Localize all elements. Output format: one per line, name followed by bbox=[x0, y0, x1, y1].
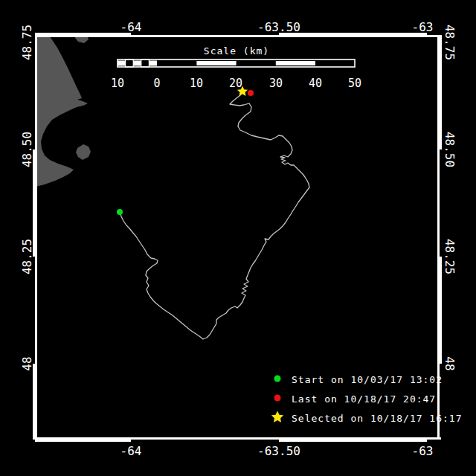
scale-tick-label: 40 bbox=[309, 77, 322, 90]
lat-tick-label-left: 48.75 bbox=[20, 25, 34, 60]
animal-track-line bbox=[120, 92, 309, 339]
legend-label-start: Start on 10/03/17 13:02 bbox=[292, 374, 443, 385]
map-canvas bbox=[0, 0, 476, 476]
start-marker-dot bbox=[117, 209, 123, 215]
neatline-top-seg bbox=[35, 33, 131, 37]
scale-subcell bbox=[133, 61, 141, 66]
lat-tick-label-right: 48 bbox=[443, 356, 457, 370]
lat-tick-label-left: 48 bbox=[20, 356, 34, 370]
neatline-right-seg bbox=[437, 35, 442, 149]
land-polygons bbox=[36, 36, 91, 187]
lon-tick-label-top: -64 bbox=[120, 20, 142, 34]
land-polygon bbox=[76, 144, 91, 160]
lat-tick-label-left: 48.50 bbox=[20, 132, 34, 167]
neatline-left-seg bbox=[33, 364, 37, 440]
scale-tick-label: 10 bbox=[190, 77, 203, 90]
lon-tick-label-bottom: -63.50 bbox=[257, 444, 300, 458]
scale-segment bbox=[196, 61, 236, 65]
lon-tick-label-top: -63 bbox=[412, 20, 434, 34]
lat-tick-label-left: 48.25 bbox=[20, 239, 34, 274]
lon-tick-label-bottom: -63 bbox=[412, 444, 434, 458]
scale-tick-label: 10 bbox=[111, 77, 124, 90]
neatline-right-seg bbox=[437, 257, 442, 364]
lon-tick-label-bottom: -64 bbox=[120, 444, 142, 458]
scale-tick-label: 20 bbox=[229, 77, 242, 90]
scale-segment bbox=[276, 61, 315, 65]
legend-yellow-star-icon bbox=[271, 411, 283, 422]
legend-red-dot-icon bbox=[274, 395, 281, 402]
scale-tick-label: 0 bbox=[153, 77, 160, 90]
legend-green-dot-icon bbox=[274, 376, 281, 382]
legend-label-last: Last on 10/18/17 20:47 bbox=[292, 393, 436, 405]
scale-tick-label: 30 bbox=[269, 77, 283, 90]
neatline-top-seg bbox=[279, 33, 427, 37]
lat-tick-label-right: 48.75 bbox=[443, 25, 457, 60]
land-polygon bbox=[36, 36, 88, 187]
map-figure: -64 -63.50 -63 -64 -63.50 -63 48.75 48.5… bbox=[0, 0, 476, 476]
scale-tick-label: 50 bbox=[348, 77, 361, 90]
lat-tick-label-right: 48.50 bbox=[443, 132, 457, 167]
lon-tick-label-top: -63.50 bbox=[257, 20, 300, 34]
legend-label-selected: Selected on 10/18/17 16:17 bbox=[292, 413, 463, 424]
lat-tick-label-right: 48.25 bbox=[443, 239, 457, 274]
scale-bar bbox=[118, 60, 355, 67]
scale-subcell bbox=[149, 61, 157, 66]
last-marker-dot bbox=[248, 90, 254, 96]
neatline-bottom-seg bbox=[279, 437, 427, 442]
neatline-bottom-seg bbox=[35, 437, 131, 442]
scale-subcell bbox=[118, 61, 126, 66]
scale-bar-title: Scale (km) bbox=[204, 45, 269, 57]
